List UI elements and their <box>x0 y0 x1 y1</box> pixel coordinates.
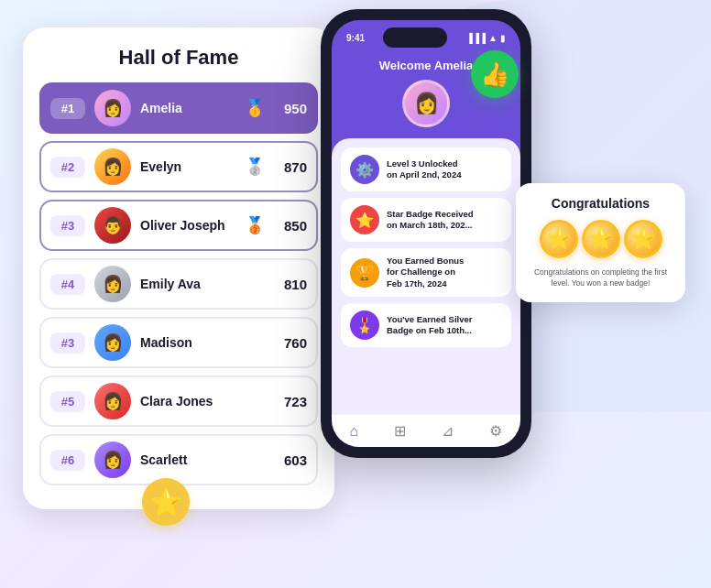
bottom-nav: ⌂ ⊞ ⊿ ⚙ <box>332 414 520 447</box>
table-row[interactable]: #5 👩 Clara Jones 723 <box>39 376 318 427</box>
congrats-stars: ⭐ ⭐ ⭐ <box>527 220 674 258</box>
feed-text: Level 3 Unlockedon April 2nd, 2024 <box>387 158 461 181</box>
avatar: 👨 <box>94 207 131 244</box>
player-name: Madison <box>140 335 265 350</box>
list-item[interactable]: 🏆 You Earned Bonusfor Challenge onFeb 17… <box>341 248 511 297</box>
player-score: 950 <box>274 101 307 116</box>
feed-text: You've Earned SilverBadge on Feb 10th... <box>387 314 472 337</box>
table-row[interactable]: #1 👩 Amelia 🥇 950 <box>39 82 318 134</box>
badge-icon: ⭐ <box>350 205 379 234</box>
congratulations-popup: Congratulations ⭐ ⭐ ⭐ Congratulations on… <box>516 183 685 302</box>
player-score: 723 <box>274 394 307 409</box>
avatar: 👩 <box>94 441 131 478</box>
hof-title: Hall of Fame <box>39 46 318 70</box>
phone-time: 9:41 <box>346 33 365 43</box>
avatar: 👩 <box>94 148 131 185</box>
signal-icon: ▐▐▐ <box>466 33 486 43</box>
thumbs-up-decoration: 👍 <box>471 50 519 98</box>
rank-badge: #4 <box>50 274 85 295</box>
level-icon: ⚙️ <box>350 155 379 184</box>
activity-feed: ⚙️ Level 3 Unlockedon April 2nd, 2024 ⭐ … <box>332 138 520 414</box>
phone-status-icons: ▐▐▐ ▲ ▮ <box>466 33 506 43</box>
user-avatar: 👩 <box>402 80 450 127</box>
avatar: 👩 <box>94 324 131 361</box>
player-name: Clara Jones <box>140 394 265 408</box>
player-name: Amelia <box>140 101 235 115</box>
congrats-text: Congratulations on completing the first … <box>527 267 674 289</box>
list-item[interactable]: ⭐ Star Badge Receivedon March 18th, 202.… <box>341 198 511 242</box>
home-icon[interactable]: ⌂ <box>350 423 359 440</box>
silver-icon: 🎖️ <box>350 310 379 340</box>
player-score: 603 <box>274 452 307 468</box>
congrats-title: Congratulations <box>527 196 674 211</box>
table-row[interactable]: #2 👩 Evelyn 🥈 870 <box>39 141 318 192</box>
rank-badge: #3 <box>50 332 85 354</box>
table-row[interactable]: #4 👩 Emily Ava 810 <box>39 258 318 310</box>
player-score: 810 <box>274 277 307 292</box>
table-row[interactable]: #6 👩 Scarlett 603 <box>39 434 318 485</box>
player-score: 760 <box>274 335 307 351</box>
feed-text: Star Badge Receivedon March 18th, 202... <box>387 209 474 232</box>
star-coin-2: ⭐ <box>582 220 620 258</box>
phone-notch <box>383 27 447 48</box>
medal-icon: 🥉 <box>245 215 265 235</box>
rank-badge: #1 <box>50 98 85 119</box>
rank-badge: #2 <box>50 157 85 178</box>
medal-icon: 🥇 <box>245 98 265 118</box>
player-name: Scarlett <box>140 452 265 467</box>
bonus-icon: 🏆 <box>350 258 379 288</box>
medal-icon: 🥈 <box>245 157 265 177</box>
rank-badge: #6 <box>50 450 85 471</box>
player-score: 850 <box>274 218 307 234</box>
player-name: Evelyn <box>140 159 235 174</box>
table-row[interactable]: #3 👩 Madison 760 <box>39 317 318 368</box>
rank-badge: #5 <box>50 391 85 412</box>
activity-icon[interactable]: ⊞ <box>394 422 406 440</box>
avatar: 👩 <box>94 90 131 126</box>
list-item[interactable]: ⚙️ Level 3 Unlockedon April 2nd, 2024 <box>341 147 511 191</box>
battery-icon: ▮ <box>500 33 506 43</box>
star-coin-1: ⭐ <box>540 220 578 258</box>
status-bar: 9:41 ▐▐▐ ▲ ▮ <box>332 20 520 51</box>
avatar: 👩 <box>94 383 131 419</box>
wifi-icon: ▲ <box>488 33 498 43</box>
rank-badge: #3 <box>50 215 85 236</box>
player-name: Emily Ava <box>140 277 265 291</box>
avatar: 👩 <box>94 266 131 302</box>
star-decoration: ⭐ <box>142 478 190 526</box>
settings-icon[interactable]: ⚙ <box>489 422 502 440</box>
hall-of-fame-card: Hall of Fame #1 👩 Amelia 🥇 950 #2 👩 Evel… <box>23 27 334 509</box>
leaderboard-icon[interactable]: ⊿ <box>442 422 454 440</box>
player-score: 870 <box>274 159 307 175</box>
table-row[interactable]: #3 👨 Oliver Joseph 🥉 850 <box>39 200 318 251</box>
player-name: Oliver Joseph <box>140 218 235 233</box>
list-item[interactable]: 🎖️ You've Earned SilverBadge on Feb 10th… <box>341 303 511 347</box>
feed-text: You Earned Bonusfor Challenge onFeb 17th… <box>387 256 464 289</box>
star-coin-3: ⭐ <box>624 220 662 258</box>
